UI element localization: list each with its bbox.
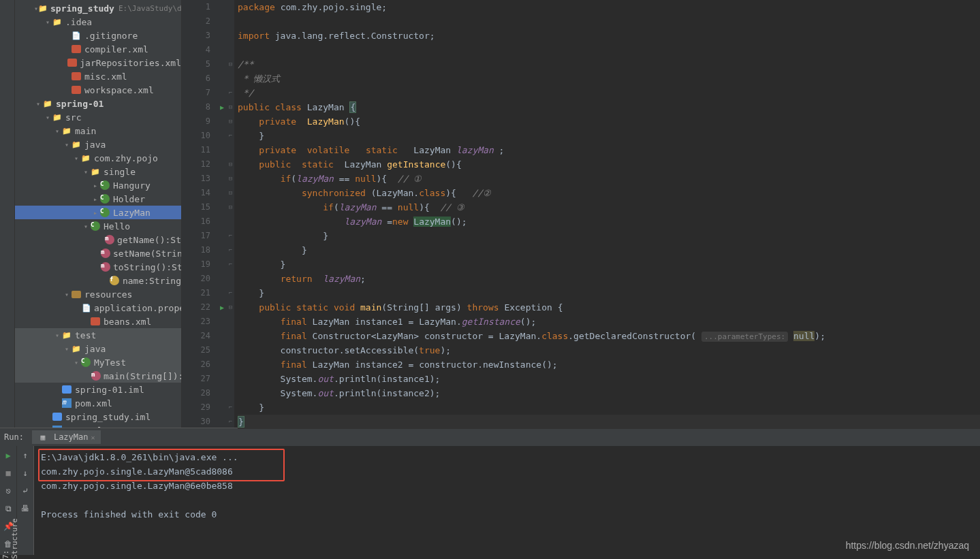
tree-item-name-string[interactable]: fname:String — [15, 274, 181, 287]
line-number[interactable]: 16 — [182, 214, 227, 229]
line-number-gutter[interactable]: 12345678▶910111213141516171819202122▶232… — [182, 0, 227, 428]
close-icon[interactable]: ✕ — [91, 434, 95, 441]
wrap-icon[interactable]: ⤶ — [20, 485, 31, 496]
fold-toggle[interactable]: ⌐ — [227, 229, 234, 243]
line-number[interactable]: 1 — [182, 0, 227, 14]
fold-toggle[interactable]: ⊟ — [227, 157, 234, 172]
fold-toggle[interactable] — [227, 29, 234, 43]
layout-icon[interactable]: ⧉ — [3, 503, 14, 514]
console-line[interactable]: Process finished with exit code 0 — [41, 507, 973, 522]
print-icon[interactable]: 🖶 — [20, 503, 31, 514]
code-line[interactable]: lazyMan =new LazyMan(); — [238, 214, 980, 229]
line-number[interactable]: 12 — [182, 157, 227, 172]
line-number[interactable]: 28 — [182, 386, 227, 400]
line-number[interactable]: 21 — [182, 286, 227, 300]
fold-toggle[interactable]: ⊟ — [227, 186, 234, 200]
code-line[interactable]: } — [238, 129, 980, 143]
code-line[interactable]: final LazyMan instance2 = constructor.ne… — [238, 357, 980, 372]
fold-toggle[interactable] — [227, 272, 234, 286]
fold-toggle[interactable]: ⌐ — [227, 286, 234, 300]
code-line[interactable]: private LazyMan(){ — [238, 114, 980, 129]
code-line[interactable]: public static void main(String[] args) t… — [238, 300, 980, 315]
code-line[interactable] — [238, 43, 980, 57]
code-line[interactable] — [238, 14, 980, 29]
line-number[interactable]: 7 — [182, 86, 227, 100]
code-editor[interactable]: 12345678▶910111213141516171819202122▶232… — [182, 0, 980, 428]
line-number[interactable]: 3 — [182, 29, 227, 43]
line-number[interactable]: 15 — [182, 200, 227, 214]
tree-item-tostring---strin[interactable]: mtoString():Strin — [15, 260, 181, 274]
fold-toggle[interactable] — [227, 143, 234, 157]
tree-item-spring-01[interactable]: ▾📁spring-01 — [15, 97, 181, 110]
line-number[interactable]: 24 — [182, 329, 227, 343]
code-line[interactable]: return lazyMan; — [238, 272, 980, 286]
fold-toggle[interactable] — [227, 372, 234, 386]
fold-toggle[interactable]: ⌐ — [227, 86, 234, 100]
code-line[interactable]: * 懒汉式 — [238, 71, 980, 86]
tree-item-hello[interactable]: ▾CHello — [15, 219, 181, 233]
code-line[interactable]: System.out.println(instance2); — [238, 386, 980, 400]
console-line[interactable]: E:\Java\jdk1.8.0_261\bin\java.exe ... — [41, 450, 973, 464]
code-line[interactable]: public class LazyMan { — [238, 100, 980, 114]
console-line[interactable]: com.zhy.pojo.single.LazyMan@6e0be858 — [41, 479, 973, 493]
tree-item--idea[interactable]: ▾📁.idea — [15, 15, 181, 29]
fold-toggle[interactable] — [227, 14, 234, 29]
tree-item-compiler-xml[interactable]: compiler.xml — [15, 42, 181, 56]
fold-toggle[interactable]: ⊟ — [227, 172, 234, 186]
tree-item-spring-study-iml[interactable]: spring_study.iml — [15, 410, 181, 424]
code-line[interactable]: System.out.println(instance1); — [238, 372, 980, 386]
tree-item-lazyman[interactable]: ▸CLazyMan — [15, 206, 181, 219]
line-number[interactable]: 29 — [182, 400, 227, 415]
line-number[interactable]: 4 — [182, 43, 227, 57]
code-line[interactable]: */ — [238, 86, 980, 100]
code-line[interactable]: } — [238, 243, 980, 257]
line-number[interactable]: 20 — [182, 272, 227, 286]
tree-item-jarrepositories-xml[interactable]: jarRepositories.xml — [15, 56, 181, 69]
line-number[interactable]: 27 — [182, 372, 227, 386]
code-line[interactable]: if(lazyMan == null){ // ① — [238, 172, 980, 186]
fold-toggle[interactable]: ⊟ — [227, 57, 234, 71]
tree-item-application-properti[interactable]: 📄application.properti — [15, 301, 181, 315]
fold-toggle[interactable]: ⊟ — [227, 114, 234, 129]
fold-toggle[interactable]: ⌐ — [227, 129, 234, 143]
line-number[interactable]: 10 — [182, 129, 227, 143]
line-number[interactable]: 11 — [182, 143, 227, 157]
tree-item-pom-xml[interactable]: mpom.xml — [15, 396, 181, 410]
fold-toggle[interactable] — [227, 315, 234, 329]
run-tab-lazyman[interactable]: ▦ LazyMan ✕ — [32, 430, 101, 444]
tree-item-hangury[interactable]: ▸CHangury — [15, 178, 181, 192]
line-number[interactable]: 26 — [182, 357, 227, 372]
line-number[interactable]: 2 — [182, 14, 227, 29]
code-line[interactable]: public static LazyMan getInstance(){ — [238, 157, 980, 172]
code-line[interactable]: } — [238, 229, 980, 243]
tree-item-misc-xml[interactable]: misc.xml — [15, 69, 181, 83]
rerun-icon[interactable]: ▶ — [3, 450, 14, 461]
project-tree[interactable]: ▾📁spring_studyE:\JavaStudy\demo\s▾📁.idea… — [15, 0, 181, 428]
line-number[interactable]: 6 — [182, 71, 227, 86]
code-line[interactable]: } — [238, 257, 980, 272]
tree-item-getname---st[interactable]: mgetName():St — [15, 233, 181, 246]
fold-toggle[interactable]: ⊟ — [227, 300, 234, 315]
exit-icon[interactable]: ⎋ — [3, 485, 14, 496]
project-panel[interactable]: ▾📁spring_studyE:\JavaStudy\demo\s▾📁.idea… — [15, 0, 182, 428]
up-icon[interactable]: ↑ — [20, 450, 31, 461]
fold-toggle[interactable]: ⌐ — [227, 257, 234, 272]
tree-item-java[interactable]: ▾📁java — [15, 138, 181, 151]
fold-toggle[interactable] — [227, 0, 234, 14]
tree-item--gitignore[interactable]: 📄.gitignore — [15, 29, 181, 42]
tree-item-com-zhy-pojo[interactable]: ▾📁com.zhy.pojo — [15, 151, 181, 165]
stop-icon[interactable]: ■ — [3, 468, 14, 479]
code-line[interactable]: } — [238, 286, 980, 300]
code-line[interactable]: synchronized (LazyMan.class){ //② — [238, 186, 980, 200]
structure-tool-button[interactable]: 7: Structure — [1, 517, 19, 559]
tree-item-spring-study[interactable]: ▾📁spring_studyE:\JavaStudy\demo\s — [15, 1, 181, 15]
fold-toggle[interactable]: ⌐ — [227, 243, 234, 257]
tree-item-main[interactable]: ▾📁main — [15, 124, 181, 138]
tree-item-resources[interactable]: ▾resources — [15, 287, 181, 301]
run-line-icon[interactable]: ▶ — [220, 300, 224, 315]
tree-item-mytest[interactable]: ▾CMyTest — [15, 355, 181, 369]
tree-item-spring-01-iml[interactable]: spring-01.iml — [15, 383, 181, 396]
fold-toggle[interactable] — [227, 71, 234, 86]
code-line[interactable]: final LazyMan instance1 = LazyMan.getIns… — [238, 315, 980, 329]
code-line[interactable]: package com.zhy.pojo.single; — [238, 0, 980, 14]
